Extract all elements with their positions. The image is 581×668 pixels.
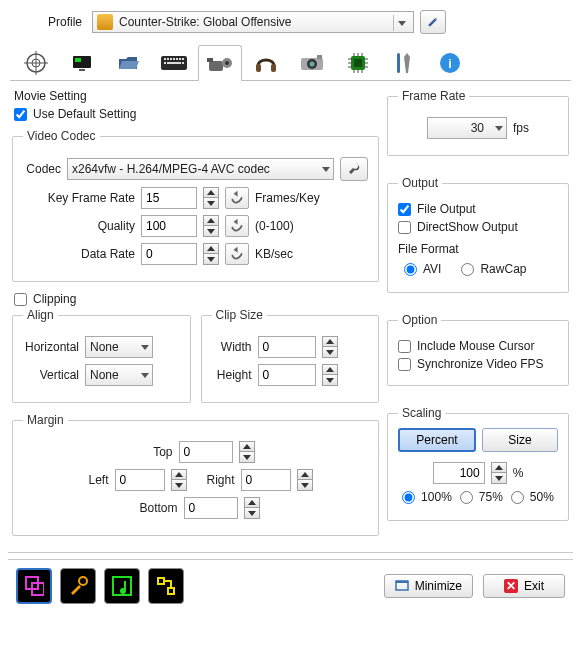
footer-btn-4[interactable] — [148, 568, 184, 604]
sync-fps-checkbox[interactable] — [398, 358, 411, 371]
keyboard-icon — [161, 54, 187, 72]
svg-rect-14 — [182, 58, 184, 60]
width-input[interactable] — [258, 336, 316, 358]
margin-bottom-spinner[interactable] — [244, 497, 260, 519]
scale-75-radio[interactable] — [460, 491, 473, 504]
tab-camera[interactable] — [290, 44, 334, 80]
margin-bottom-input[interactable] — [184, 497, 238, 519]
svg-rect-13 — [179, 58, 181, 60]
clipping-checkbox[interactable] — [14, 293, 27, 306]
horizontal-select[interactable]: None — [85, 336, 153, 358]
quality-label: Quality — [23, 219, 135, 233]
kfr-input[interactable] — [141, 187, 197, 209]
quality-spinner[interactable] — [203, 215, 219, 237]
rawcap-radio[interactable] — [461, 263, 474, 276]
vertical-select[interactable]: None — [85, 364, 153, 386]
tab-target[interactable] — [14, 44, 58, 80]
tools-icon — [394, 51, 414, 75]
avi-radio[interactable] — [404, 263, 417, 276]
exit-label: Exit — [524, 579, 544, 593]
scale-50-label[interactable]: 50% — [511, 490, 554, 504]
codec-select[interactable]: x264vfw - H.264/MPEG-4 AVC codec — [67, 158, 334, 180]
margin-left-spinner[interactable] — [171, 469, 187, 491]
percent-toggle[interactable]: Percent — [398, 428, 476, 452]
option-legend: Option — [398, 313, 441, 327]
svg-rect-21 — [207, 58, 213, 62]
margin-top-spinner[interactable] — [239, 441, 255, 463]
file-output-label: File Output — [417, 202, 476, 216]
horizontal-value: None — [90, 340, 119, 354]
rawcap-radio-label[interactable]: RawCap — [461, 262, 526, 276]
height-input[interactable] — [258, 364, 316, 386]
quality-input[interactable] — [141, 215, 197, 237]
height-spinner[interactable] — [322, 364, 338, 386]
option-group: Option Include Mouse Cursor Synchronize … — [387, 313, 569, 386]
footer-btn-2[interactable] — [60, 568, 96, 604]
camcorder-icon — [207, 54, 233, 74]
framerate-legend: Frame Rate — [398, 89, 469, 103]
scale-75-label[interactable]: 75% — [460, 490, 503, 504]
svg-point-49 — [120, 588, 126, 594]
mouse-cursor-checkbox[interactable] — [398, 340, 411, 353]
directshow-label: DirectShow Output — [417, 220, 518, 234]
align-group: Align Horizontal None Vertical None — [12, 308, 191, 403]
align-legend: Align — [23, 308, 58, 322]
exit-button[interactable]: ✕ Exit — [483, 574, 565, 598]
profile-label: Profile — [14, 15, 86, 29]
datarate-label: Data Rate — [23, 247, 135, 261]
datarate-spinner[interactable] — [203, 243, 219, 265]
scale-100-radio[interactable] — [402, 491, 415, 504]
quality-reset-button[interactable] — [225, 215, 249, 237]
svg-rect-22 — [256, 64, 261, 72]
svg-rect-9 — [167, 58, 169, 60]
svg-rect-50 — [158, 578, 164, 584]
margin-left-label: Left — [79, 473, 109, 487]
height-label: Height — [212, 368, 252, 382]
profile-select[interactable]: Counter-Strike: Global Offensive — [92, 11, 414, 33]
monitor-icon — [70, 51, 94, 75]
tab-movie[interactable] — [198, 45, 242, 81]
kfr-unit: Frames/Key — [255, 191, 320, 205]
use-default-checkbox[interactable] — [14, 108, 27, 121]
datarate-reset-button[interactable] — [225, 243, 249, 265]
minimize-button[interactable]: Minimize — [384, 574, 473, 598]
scaling-group: Scaling Percent Size % 100% 75% 50% — [387, 406, 569, 521]
tab-audio[interactable] — [244, 44, 288, 80]
kfr-spinner[interactable] — [203, 187, 219, 209]
tab-keyboard[interactable] — [152, 44, 196, 80]
margin-top-input[interactable] — [179, 441, 233, 463]
directshow-checkbox[interactable] — [398, 221, 411, 234]
tab-monitor[interactable] — [60, 44, 104, 80]
tab-chip[interactable] — [336, 44, 380, 80]
use-default-label: Use Default Setting — [33, 107, 136, 121]
avi-radio-label[interactable]: AVI — [404, 262, 441, 276]
codec-settings-button[interactable] — [340, 157, 368, 181]
margin-right-input[interactable] — [241, 469, 291, 491]
quality-unit: (0-100) — [255, 219, 294, 233]
size-toggle[interactable]: Size — [482, 428, 558, 452]
reset-icon — [229, 218, 245, 234]
file-output-checkbox[interactable] — [398, 203, 411, 216]
scaling-spinner[interactable] — [491, 462, 507, 484]
width-label: Width — [212, 340, 252, 354]
clipsize-legend: Clip Size — [212, 308, 267, 322]
margin-right-spinner[interactable] — [297, 469, 313, 491]
kfr-reset-button[interactable] — [225, 187, 249, 209]
scale-100-label[interactable]: 100% — [402, 490, 452, 504]
chevron-down-icon — [495, 126, 503, 131]
scale-50-radio[interactable] — [511, 491, 524, 504]
footer-btn-3[interactable] — [104, 568, 140, 604]
framerate-select[interactable]: 30 — [427, 117, 507, 139]
width-spinner[interactable] — [322, 336, 338, 358]
sync-fps-label: Synchronize Video FPS — [417, 357, 544, 371]
svg-text:i: i — [448, 57, 451, 71]
tab-folder[interactable] — [106, 44, 150, 80]
margin-left-input[interactable] — [115, 469, 165, 491]
footer-btn-1[interactable] — [16, 568, 52, 604]
tab-tools[interactable] — [382, 44, 426, 80]
svg-rect-11 — [173, 58, 175, 60]
tab-info[interactable]: i — [428, 44, 472, 80]
datarate-input[interactable] — [141, 243, 197, 265]
scaling-input[interactable] — [433, 462, 485, 484]
edit-profile-button[interactable] — [420, 10, 446, 34]
